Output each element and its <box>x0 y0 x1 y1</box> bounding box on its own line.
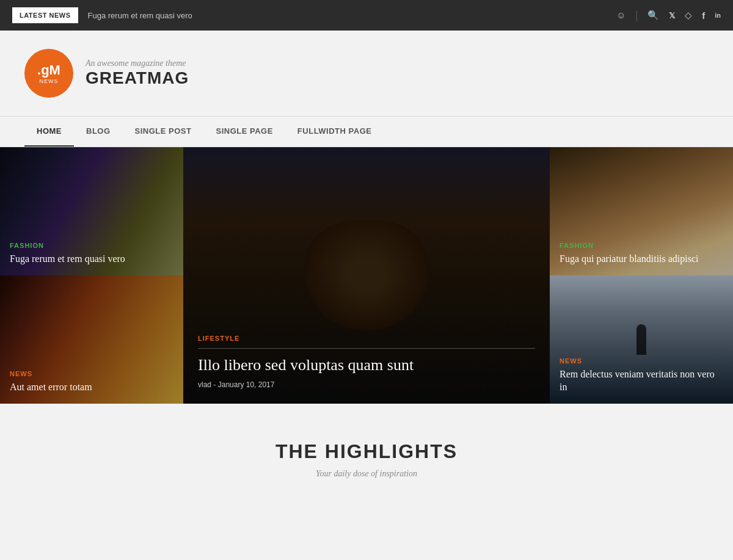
hero-title-bottom-right: Rem delectus veniam veritatis non vero i… <box>560 368 723 394</box>
instagram-icon[interactable]: ◇ <box>685 10 692 21</box>
hero-cell-bottom-right[interactable]: NEWS Rem delectus veniam veritatis non v… <box>550 275 733 404</box>
hero-cell-center[interactable]: LIFESTYLE Illo libero sed voluptas quam … <box>183 147 550 404</box>
highlights-title: THE HIGHLIGHTS <box>24 440 709 463</box>
hero-content-bottom-left: NEWS Aut amet error totam <box>0 360 183 404</box>
hero-date: January 10, 2017 <box>218 380 275 389</box>
divider: | <box>636 9 638 22</box>
hero-content-bottom-right: NEWS Rem delectus veniam veritatis non v… <box>550 347 733 404</box>
hero-title-center: Illo libero sed voluptas quam sunt <box>198 355 535 376</box>
nav-link-single-page[interactable]: SINGLE PAGE <box>203 117 285 145</box>
nav-link-blog[interactable]: BLOG <box>74 117 123 145</box>
logo-news: NEWS <box>40 78 59 84</box>
ticker-text: Fuga rerum et rem quasi vero <box>88 11 192 20</box>
search-icon[interactable]: 🔍 <box>647 10 659 21</box>
hero-title-top-right: Fuga qui pariatur blanditiis adipisci <box>560 253 723 266</box>
hero-title-top-left: Fuga rerum et rem quasi vero <box>10 253 173 266</box>
top-bar-left: LATEST NEWS Fuga rerum et rem quasi vero <box>12 7 192 23</box>
hero-category-bottom-left: NEWS <box>10 370 173 377</box>
site-header: .gM NEWS An awesome magazine theme GREAT… <box>0 31 733 116</box>
user-icon[interactable]: ☺ <box>616 10 625 21</box>
hero-grid: FASHION Fuga rerum et rem quasi vero LIF… <box>0 147 733 404</box>
hero-divider-center <box>198 348 535 349</box>
logo-text: An awesome magazine theme GREATMAG <box>86 59 189 88</box>
hero-content-top-left: FASHION Fuga rerum et rem quasi vero <box>0 232 183 275</box>
hero-category-bottom-right: NEWS <box>560 357 723 365</box>
hero-category-center: LIFESTYLE <box>198 335 535 342</box>
nav-item-blog[interactable]: BLOG <box>74 117 123 147</box>
hero-category-top-right: FASHION <box>560 242 723 249</box>
main-nav: HOME BLOG SINGLE POST SINGLE PAGE FULLWI… <box>0 116 733 147</box>
hero-category-top-left: FASHION <box>10 242 173 249</box>
facebook-icon[interactable]: f <box>702 10 705 21</box>
nav-link-home[interactable]: HOME <box>24 117 74 147</box>
hero-meta-dash: - <box>213 380 217 389</box>
logo-tagline: An awesome magazine theme <box>86 59 189 68</box>
hero-cell-top-left[interactable]: FASHION Fuga rerum et rem quasi vero <box>0 147 183 275</box>
latest-news-button[interactable]: LATEST NEWS <box>12 7 78 23</box>
logo-gm: .gM <box>37 62 60 78</box>
nav-item-single-page[interactable]: SINGLE PAGE <box>203 117 285 147</box>
logo-name: GREATMAG <box>86 68 189 88</box>
hero-cell-bottom-left[interactable]: NEWS Aut amet error totam <box>0 275 183 404</box>
nav-link-fullwidth[interactable]: FULLWIDTH PAGE <box>285 117 384 145</box>
hero-author: vlad <box>198 380 211 389</box>
logo-circle[interactable]: .gM NEWS <box>24 49 73 98</box>
highlights-subtitle: Your daily dose of inspiration <box>24 469 709 479</box>
nav-item-fullwidth[interactable]: FULLWIDTH PAGE <box>285 117 384 147</box>
hero-content-top-right: FASHION Fuga qui pariatur blanditiis adi… <box>550 232 733 275</box>
linkedin-icon[interactable]: in <box>715 12 721 19</box>
twitter-icon[interactable]: 𝕏 <box>669 11 675 20</box>
hero-content-center: LIFESTYLE Illo libero sed voluptas quam … <box>183 320 550 404</box>
nav-link-single-post[interactable]: SINGLE POST <box>123 117 204 145</box>
hero-title-bottom-left: Aut amet error totam <box>10 381 173 394</box>
highlights-section: THE HIGHLIGHTS Your daily dose of inspir… <box>0 404 733 503</box>
hero-meta-center: vlad - January 10, 2017 <box>198 380 535 389</box>
top-bar: LATEST NEWS Fuga rerum et rem quasi vero… <box>0 0 733 31</box>
nav-item-single-post[interactable]: SINGLE POST <box>123 117 204 147</box>
nav-item-home[interactable]: HOME <box>24 117 74 147</box>
hero-cell-top-right[interactable]: FASHION Fuga qui pariatur blanditiis adi… <box>550 147 733 275</box>
top-bar-right: ☺ | 🔍 𝕏 ◇ f in <box>616 9 721 22</box>
